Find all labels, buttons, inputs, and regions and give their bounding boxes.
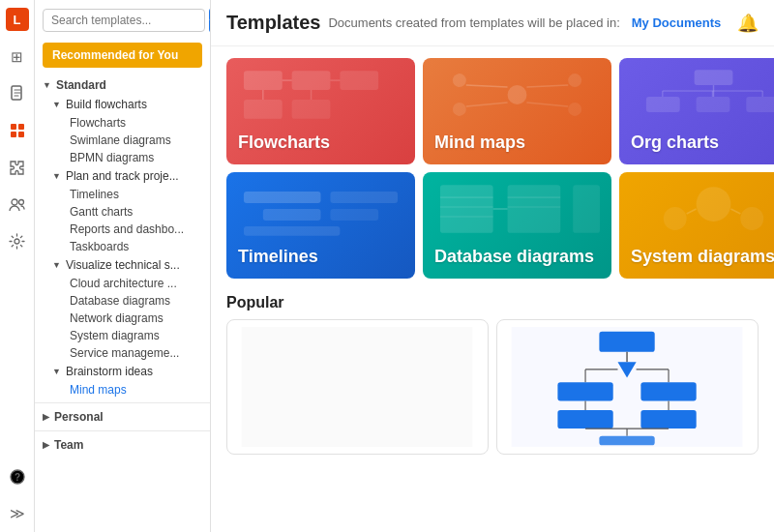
sidebar-item-visualize-tech[interactable]: ▼ Visualize technical s... (35, 255, 210, 275)
svg-rect-2 (18, 124, 24, 130)
card-decoration (627, 66, 774, 124)
recommended-button[interactable]: Recommended for You (43, 43, 202, 68)
svg-point-21 (453, 74, 466, 87)
svg-line-56 (730, 209, 740, 214)
svg-rect-43 (440, 185, 493, 233)
sidebar-item-db-diagrams[interactable]: Database diagrams (35, 292, 210, 310)
sidebar-item-brainstorm[interactable]: ▼ Brainstorm ideas (35, 362, 210, 381)
svg-point-53 (664, 207, 687, 230)
nav-team-icon[interactable] (7, 193, 28, 215)
svg-rect-69 (558, 410, 613, 429)
main-header: Templates Documents created from templat… (211, 0, 774, 46)
sidebar-item-taskboards[interactable]: Taskboards (35, 238, 210, 255)
sidebar-item-system[interactable]: System diagrams (35, 327, 210, 344)
svg-rect-13 (340, 71, 378, 90)
card-orgcharts-label: Org charts (631, 133, 719, 153)
svg-line-27 (466, 103, 508, 106)
sidebar-item-network[interactable]: Network diagrams (35, 310, 210, 327)
nav-collapse-icon[interactable]: ≫ (7, 503, 28, 524)
svg-rect-3 (11, 132, 16, 137)
svg-rect-47 (508, 185, 561, 233)
card-sysdiagrams[interactable]: System diagrams (619, 172, 774, 279)
card-decoration (234, 66, 407, 124)
svg-rect-32 (746, 97, 774, 112)
tree-sidebar: Recommended for You ▼ Standard ▼ Build f… (35, 0, 211, 532)
nav-doc-icon[interactable] (7, 83, 28, 104)
sidebar-item-swimlane[interactable]: Swimlane diagrams (35, 132, 210, 149)
card-dbdiagrams-label: Database diagrams (434, 247, 594, 267)
nav-settings-icon[interactable] (7, 230, 28, 251)
popular-card-2[interactable] (496, 319, 759, 455)
svg-rect-71 (641, 410, 697, 429)
svg-rect-57 (242, 327, 473, 447)
header-location-link[interactable]: My Documents (632, 15, 721, 30)
card-flowcharts[interactable]: Flowcharts (226, 58, 415, 164)
svg-rect-41 (330, 209, 378, 221)
card-sysdiagrams-label: System diagrams (631, 247, 774, 267)
svg-point-20 (508, 85, 527, 104)
nav-puzzle-icon[interactable] (7, 157, 28, 178)
svg-line-25 (466, 85, 508, 87)
sidebar-item-personal[interactable]: ▶ Personal (35, 407, 210, 427)
card-timelines-label: Timelines (238, 247, 318, 267)
card-mindmaps[interactable]: Mind maps (423, 58, 611, 164)
svg-line-26 (526, 85, 568, 87)
sidebar-item-gantt[interactable]: Gantt charts (35, 203, 210, 221)
arrow-icon: ▼ (52, 260, 61, 270)
bell-icon[interactable]: 🔔 (737, 13, 759, 34)
sidebar-item-flowcharts[interactable]: Flowcharts (35, 114, 210, 132)
svg-point-24 (568, 103, 581, 116)
svg-point-52 (697, 187, 731, 222)
nav-help-icon[interactable]: ? (7, 466, 28, 488)
search-bar (35, 0, 210, 41)
svg-point-22 (568, 74, 581, 87)
sidebar-item-plan-track[interactable]: ▼ Plan and track proje... (35, 166, 210, 186)
nav-grid-icon[interactable]: ⊞ (7, 46, 28, 68)
card-flowcharts-label: Flowcharts (238, 133, 330, 153)
svg-rect-11 (244, 71, 283, 90)
sidebar-item-service-mgmt[interactable]: Service manageme... (35, 344, 210, 362)
header-subtitle: Documents created from templates will be… (328, 15, 619, 30)
arrow-icon: ▼ (52, 100, 61, 109)
card-mindmaps-label: Mind maps (434, 133, 525, 153)
svg-rect-4 (18, 132, 24, 137)
svg-rect-42 (244, 226, 340, 236)
svg-rect-38 (244, 192, 321, 203)
card-decoration (431, 180, 604, 238)
search-input[interactable] (43, 9, 205, 32)
arrow-icon: ▼ (52, 367, 61, 376)
svg-rect-31 (697, 97, 730, 112)
svg-line-28 (526, 103, 568, 106)
svg-rect-64 (558, 382, 613, 400)
main-content: Templates Documents created from templat… (211, 0, 774, 532)
sidebar-item-build-flowcharts[interactable]: ▼ Build flowcharts (35, 95, 210, 114)
svg-rect-59 (600, 332, 655, 352)
page-title: Templates (226, 12, 320, 34)
category-cards-grid: Flowcharts Mind maps (211, 46, 774, 290)
card-decoration (627, 180, 774, 238)
card-timelines[interactable]: Timelines (226, 172, 415, 279)
arrow-icon: ▼ (52, 171, 61, 181)
sidebar-item-reports[interactable]: Reports and dashbo... (35, 221, 210, 238)
svg-rect-29 (695, 70, 733, 85)
svg-rect-75 (600, 436, 655, 446)
sidebar-item-timelines[interactable]: Timelines (35, 186, 210, 203)
svg-text:?: ? (14, 472, 19, 483)
svg-rect-1 (11, 124, 16, 130)
popular-cards-grid (211, 315, 774, 466)
svg-point-6 (18, 200, 23, 205)
svg-rect-30 (646, 97, 680, 112)
svg-rect-51 (573, 185, 600, 233)
nav-templates-icon[interactable] (7, 120, 28, 141)
sidebar-item-cloud-arch[interactable]: Cloud architecture ... (35, 275, 210, 292)
app-sidebar: L ⊞ ? ≫ (0, 0, 35, 532)
sidebar-item-mindmaps[interactable]: Mind maps (35, 381, 210, 399)
card-orgcharts[interactable]: Org charts (619, 58, 774, 164)
popular-card-1[interactable] (226, 319, 489, 455)
sidebar-item-bpmn[interactable]: BPMN diagrams (35, 149, 210, 166)
svg-point-5 (12, 199, 17, 205)
sidebar-item-standard[interactable]: ▼ Standard (35, 75, 210, 95)
card-dbdiagrams[interactable]: Database diagrams (423, 172, 611, 279)
sidebar-item-team[interactable]: ▶ Team (35, 435, 210, 455)
app-logo[interactable]: L (6, 8, 29, 31)
